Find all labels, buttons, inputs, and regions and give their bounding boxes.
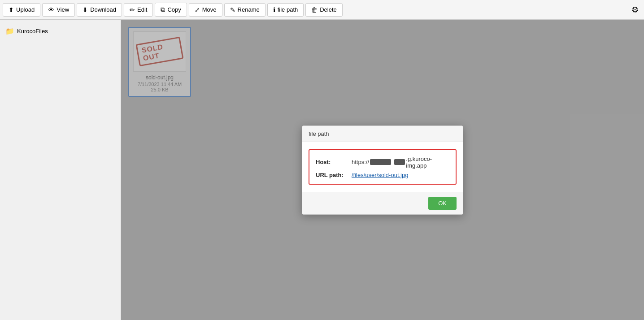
- file-path-box: Host: https:// .g.kuroco-img.app URL pat…: [309, 149, 457, 185]
- rename-icon: ✎: [230, 6, 235, 13]
- ok-button[interactable]: OK: [428, 197, 457, 210]
- filepath-button[interactable]: ℹ file path: [267, 3, 304, 17]
- host-row: Host: https:// .g.kuroco-img.app: [316, 156, 449, 169]
- upload-button[interactable]: ⬆ Upload: [3, 3, 40, 17]
- settings-button[interactable]: ⚙: [629, 2, 641, 17]
- modal-overlay: file path Host: https:// .g.kuroco-img.a…: [121, 20, 644, 320]
- redact-block-1: [370, 159, 391, 165]
- modal-body: Host: https:// .g.kuroco-img.app URL pat…: [302, 142, 463, 192]
- download-button[interactable]: ⬇ Download: [77, 3, 122, 17]
- file-area: SOLD OUT sold-out.jpg 7/11/2023 11:44 AM…: [121, 20, 644, 320]
- url-path-row: URL path: /files/user/sold-out.jpg: [316, 172, 449, 178]
- url-path-link[interactable]: /files/user/sold-out.jpg: [352, 172, 408, 178]
- gear-icon: ⚙: [631, 5, 639, 14]
- move-icon: ⤢: [195, 6, 200, 13]
- sidebar: 📁 KurocoFiles: [0, 20, 121, 320]
- edit-icon: ✏: [130, 6, 135, 13]
- file-path-modal: file path Host: https:// .g.kuroco-img.a…: [302, 125, 463, 215]
- delete-icon: 🗑: [311, 6, 318, 13]
- move-button[interactable]: ⤢ Move: [189, 3, 222, 17]
- modal-footer: OK: [302, 192, 463, 214]
- upload-icon: ⬆: [9, 6, 14, 13]
- copy-button[interactable]: ⧉ Copy: [155, 3, 187, 17]
- view-icon: 👁: [48, 6, 54, 13]
- info-icon: ℹ: [273, 6, 275, 13]
- rename-button[interactable]: ✎ Rename: [224, 3, 265, 17]
- modal-header: file path: [302, 126, 463, 142]
- download-icon: ⬇: [83, 6, 88, 13]
- edit-button[interactable]: ✏ Edit: [124, 3, 153, 17]
- toolbar: ⬆ Upload 👁 View ⬇ Download ✏ Edit ⧉ Copy…: [0, 0, 644, 20]
- folder-icon: 📁: [5, 27, 14, 35]
- view-button[interactable]: 👁 View: [42, 3, 75, 17]
- sidebar-item-kuroco-files[interactable]: 📁 KurocoFiles: [0, 24, 121, 38]
- main-layout: 📁 KurocoFiles SOLD OUT sold-out.jpg 7/11…: [0, 20, 644, 320]
- delete-button[interactable]: 🗑 Delete: [305, 3, 343, 17]
- copy-icon: ⧉: [161, 6, 165, 13]
- host-value: https:// .g.kuroco-img.app: [352, 156, 449, 169]
- redact-block-2: [394, 159, 405, 165]
